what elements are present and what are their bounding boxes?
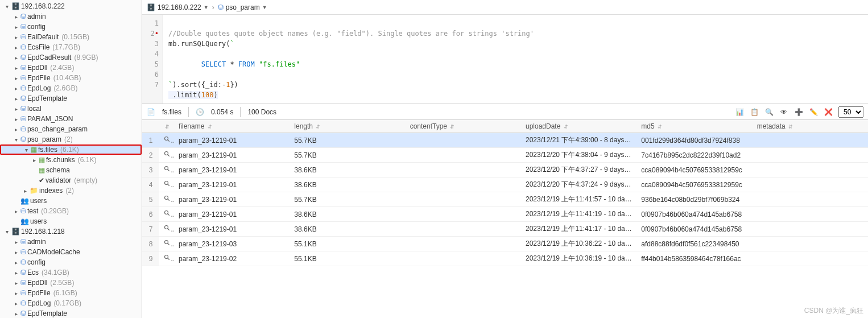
- tree-item-ecsfile[interactable]: ▸⛁EcsFile(17.7GB): [0, 42, 142, 52]
- tree-item-eaidefault[interactable]: ▸⛁EaiDefault(0.15GB): [0, 32, 142, 42]
- tree-twisty-icon[interactable]: ▸: [13, 270, 19, 276]
- delete-icon[interactable]: ❌: [824, 108, 833, 117]
- tree-twisty-icon[interactable]: ▾: [3, 229, 10, 235]
- tree-twisty-icon[interactable]: ▸: [13, 239, 19, 245]
- table-row[interactable]: 1param_23-1219-0155.7KB2023/12/21 下午4:39…: [142, 133, 868, 148]
- tree-item-epddll[interactable]: ▸⛁EpdDll(2.5GB): [0, 278, 142, 288]
- tree-item-epdfile[interactable]: ▸⛁EpdFile(6.1GB): [0, 288, 142, 298]
- tree-item-schema[interactable]: ▦schema: [0, 165, 142, 175]
- col-contentType[interactable]: contentType ⇵: [406, 120, 521, 133]
- limit-select[interactable]: 50: [838, 106, 863, 118]
- tree-item-epdlog[interactable]: ▸⛁EpdLog(2.6GB): [0, 83, 142, 93]
- tree-twisty-icon[interactable]: ▸: [13, 85, 19, 92]
- tree-item-param-json[interactable]: ▸⛁PARAM_JSON: [0, 114, 142, 124]
- database-icon: ⛁: [218, 3, 224, 11]
- tree-twisty-icon[interactable]: ▸: [13, 75, 19, 81]
- tree-twisty-icon[interactable]: ▸: [13, 116, 19, 122]
- table-row[interactable]: 4param_23-1219-0138.6KB2023/12/20 下午4:37…: [142, 177, 868, 192]
- tree-twisty-icon[interactable]: ▸: [31, 157, 38, 163]
- view-row-button[interactable]: [159, 148, 174, 163]
- tree-item-ecs[interactable]: ▸⛁Ecs(34.1GB): [0, 267, 142, 278]
- view-row-button[interactable]: [159, 192, 174, 207]
- add-icon[interactable]: ➕: [794, 108, 803, 117]
- tree-item-epdtemplate[interactable]: ▸⛁EpdTemplate: [0, 308, 142, 318]
- search-icon[interactable]: 🔍: [764, 108, 774, 117]
- col-md5[interactable]: md5 ⇵: [636, 120, 752, 133]
- tree-twisty-icon[interactable]: ▸: [13, 300, 19, 307]
- tree-twisty-icon[interactable]: ▸: [13, 259, 19, 266]
- tree-item-validator[interactable]: ✔validator(empty): [0, 175, 142, 185]
- tree-item-pso-param[interactable]: ▾⛁pso_param(2): [0, 134, 142, 144]
- tree-item-indexes[interactable]: ▸📁indexes(2): [0, 185, 142, 196]
- view-row-button[interactable]: [159, 207, 174, 222]
- tree-twisty-icon[interactable]: ▸: [13, 280, 19, 286]
- tree-twisty-icon[interactable]: ▾: [13, 137, 19, 143]
- tree-item-epdlog[interactable]: ▸⛁EpdLog(0.17GB): [0, 298, 142, 308]
- col-view[interactable]: ⇵: [159, 120, 174, 133]
- tree-item-admin[interactable]: ▸⛁admin: [0, 11, 142, 22]
- connection-tree[interactable]: ▾🗄️192.168.0.222▸⛁admin▸⛁config▸⛁EaiDefa…: [0, 0, 142, 318]
- view-row-button[interactable]: [159, 177, 174, 192]
- tree-item-users[interactable]: 👥users: [0, 196, 142, 206]
- table-row[interactable]: 8param_23-1219-0355.1KB2023/12/19 上午10:3…: [142, 237, 868, 251]
- col-uploadDate[interactable]: uploadDate ⇵: [521, 120, 636, 133]
- tree-item-users[interactable]: 👥users: [0, 216, 142, 226]
- table-row[interactable]: 7param_23-1219-0138.6KB2023/12/19 上午11:4…: [142, 222, 868, 237]
- query-editor[interactable]: 12•34567 //Double quotes quote object na…: [142, 15, 868, 104]
- copy-icon[interactable]: 📋: [750, 108, 759, 117]
- view-row-button[interactable]: [159, 237, 174, 251]
- tree-item-epdtemplate[interactable]: ▸⛁EpdTemplate: [0, 93, 142, 104]
- tree-twisty-icon[interactable]: ▸: [13, 290, 19, 296]
- code-area[interactable]: //Double quotes quote object names (e.g.…: [163, 15, 868, 104]
- tree-item-fs-files[interactable]: ▾▦fs.files(6.1K): [0, 144, 142, 155]
- tree-twisty-icon[interactable]: ▾: [23, 147, 30, 153]
- tree-item-fs-chunks[interactable]: ▸▦fs.chunks(6.1K): [0, 155, 142, 165]
- tree-twisty-icon[interactable]: ▸: [13, 311, 19, 317]
- col-length[interactable]: length ⇵: [290, 120, 405, 133]
- tree-item-epddll[interactable]: ▸⛁EpdDll(2.4GB): [0, 63, 142, 73]
- table-row[interactable]: 5param_23-1219-0155.7KB2023/12/19 上午11:4…: [142, 192, 868, 207]
- table-row[interactable]: 9param_23-1219-0255.1KB2023/12/19 上午10:3…: [142, 251, 868, 266]
- tree-item-local[interactable]: ▸⛁local: [0, 104, 142, 114]
- tree-twisty-icon[interactable]: ▸: [13, 44, 19, 51]
- tree-twisty-icon[interactable]: ▸: [22, 188, 28, 194]
- tree-item-192-168-1-218[interactable]: ▾🗄️192.168.1.218: [0, 226, 142, 237]
- tree-item-config[interactable]: ▸⛁config: [0, 257, 142, 267]
- breadcrumb-db[interactable]: ⛁ pso_param ▼: [218, 3, 267, 11]
- tree-twisty-icon[interactable]: ▸: [13, 249, 19, 255]
- tree-item-epdcadresult[interactable]: ▸⛁EpdCadResult(8.9GB): [0, 52, 142, 63]
- col-filename[interactable]: filename ⇵: [174, 120, 290, 133]
- edit-icon[interactable]: ✏️: [809, 108, 818, 117]
- tree-twisty-icon[interactable]: ▾: [3, 3, 10, 10]
- tree-twisty-icon[interactable]: ▸: [13, 34, 19, 40]
- view-row-button[interactable]: [159, 163, 174, 177]
- tree-item-epdfile[interactable]: ▸⛁EpdFile(10.4GB): [0, 73, 142, 83]
- tree-twisty-icon[interactable]: ▸: [13, 106, 19, 112]
- tree-item-cadmodelcache[interactable]: ▸⛁CADModelCache: [0, 247, 142, 257]
- view-row-button[interactable]: [159, 251, 174, 266]
- cell-filename: param_23-1219-01: [174, 177, 290, 192]
- view-row-button[interactable]: [159, 133, 174, 148]
- tree-twisty-icon[interactable]: ▸: [13, 208, 19, 214]
- tree-twisty-icon[interactable]: ▸: [13, 55, 19, 61]
- tree-twisty-icon[interactable]: ▸: [13, 126, 19, 133]
- breadcrumb-server[interactable]: 🗄️ 192.168.0.222 ▼: [147, 3, 209, 11]
- view-row-button[interactable]: [159, 222, 174, 237]
- tree-twisty-icon[interactable]: ▸: [13, 65, 19, 71]
- tree-item-config[interactable]: ▸⛁config: [0, 22, 142, 32]
- export-icon[interactable]: 📊: [735, 108, 744, 117]
- tree-item-192-168-0-222[interactable]: ▾🗄️192.168.0.222: [0, 1, 142, 11]
- cell-contentType: [406, 222, 521, 237]
- col-metadata[interactable]: metadata ⇵: [753, 120, 868, 133]
- cell-filename: param_23-1219-01: [174, 133, 290, 148]
- table-row[interactable]: 3param_23-1219-0138.6KB2023/12/20 下午4:37…: [142, 163, 868, 177]
- tree-twisty-icon[interactable]: ▸: [13, 96, 19, 102]
- table-row[interactable]: 2param_23-1219-0155.7KB2023/12/20 下午4:38…: [142, 148, 868, 163]
- table-row[interactable]: 6param_23-1219-0138.6KB2023/12/19 上午11:4…: [142, 207, 868, 222]
- tree-twisty-icon[interactable]: ▸: [13, 24, 19, 30]
- tree-twisty-icon[interactable]: ▸: [13, 14, 19, 20]
- tree-item-test[interactable]: ▸⛁test(0.29GB): [0, 206, 142, 216]
- tree-item-admin[interactable]: ▸⛁admin: [0, 237, 142, 247]
- tree-item-pso-change-param[interactable]: ▸⛁pso_change_param: [0, 124, 142, 134]
- view-icon[interactable]: 👁: [779, 108, 788, 117]
